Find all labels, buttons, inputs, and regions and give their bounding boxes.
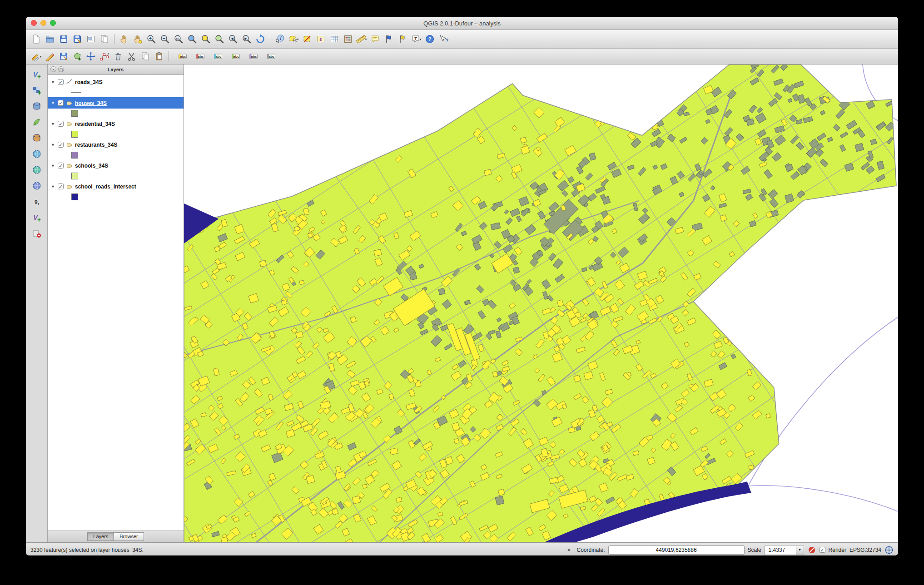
expand-collapse-icon[interactable]: ▼ <box>50 80 55 84</box>
scale-combo[interactable]: 1:4337 ▼ <box>765 545 804 555</box>
panel-tab-browser[interactable]: Browser <box>114 532 144 541</box>
layer-visibility-checkbox[interactable]: ✓ <box>58 79 64 85</box>
whats-this-button[interactable]: ? <box>437 33 450 45</box>
remove-layer-button[interactable] <box>30 227 44 240</box>
chevron-down-icon[interactable]: ▾ <box>419 37 421 41</box>
float-panel-icon[interactable]: ◻ <box>58 66 64 72</box>
label-move-button[interactable]: abc <box>229 50 243 63</box>
mouse-position-icon[interactable]: ⌖ <box>565 545 574 555</box>
expand-collapse-icon[interactable]: ▼ <box>50 184 55 189</box>
identify-features-button[interactable]: i <box>273 33 287 45</box>
new-project-button[interactable] <box>30 33 43 45</box>
map-refresh-button[interactable] <box>253 33 267 45</box>
layer-label[interactable]: roads_34S <box>75 79 103 85</box>
copy-features-button[interactable] <box>139 50 152 63</box>
layer-label[interactable]: houses_34S <box>75 100 107 106</box>
expand-collapse-icon[interactable]: ▼ <box>50 164 55 168</box>
minimize-window-button[interactable] <box>40 20 46 26</box>
titlebar[interactable]: QGIS 2.0.1-Dufour – analysis <box>26 17 898 30</box>
text-annotation-button[interactable]: T▾ <box>409 33 423 45</box>
layer-item-schools_34S[interactable]: ▼✓schools_34S <box>48 160 184 171</box>
layer-labeling-button[interactable]: abc <box>176 50 189 63</box>
label-pin-button[interactable]: abc <box>194 50 207 63</box>
cut-features-button[interactable] <box>125 50 139 63</box>
layer-item-restaurants_34S[interactable]: ▼✓restaurants_34S <box>48 139 184 150</box>
chevron-down-icon[interactable]: ▼ <box>796 545 804 555</box>
close-panel-icon[interactable]: × <box>50 66 56 72</box>
fill-symbol-swatch[interactable] <box>71 193 78 200</box>
measure-line-button[interactable]: ▾ <box>355 33 368 45</box>
add-raster-layer-button[interactable] <box>30 84 44 97</box>
panel-tab-layers[interactable]: Layers <box>87 532 114 541</box>
zoom-next-button[interactable]: ▸ <box>240 33 253 45</box>
layer-item-roads_34S[interactable]: ▼✓roads_34S <box>48 76 184 88</box>
expand-collapse-icon[interactable]: ▼ <box>50 101 55 105</box>
add-wms-layer-button[interactable] <box>30 148 44 160</box>
zoom-in-button[interactable]: + <box>144 33 158 45</box>
zoom-window-button[interactable] <box>50 20 56 26</box>
fill-symbol-swatch[interactable] <box>71 152 78 159</box>
add-postgis-layer-button[interactable] <box>30 100 44 113</box>
chevron-down-icon[interactable]: ▾ <box>40 55 41 59</box>
layer-visibility-checkbox[interactable]: ✓ <box>58 121 64 127</box>
select-by-expression-button[interactable]: ε <box>314 33 328 45</box>
open-project-button[interactable] <box>43 33 57 45</box>
layer-item-residential_34S[interactable]: ▼✓residential_34S <box>48 118 184 129</box>
layer-item-school_roads_intersect[interactable]: ▼✓school_roads_intersect <box>48 181 184 192</box>
select-features-button[interactable]: ▾ <box>287 33 300 45</box>
map-tips-button[interactable] <box>368 33 382 45</box>
zoom-actual-size-button[interactable]: 1:1 <box>172 33 185 45</box>
zoom-last-button[interactable]: ◂ <box>226 33 240 45</box>
add-wfs-layer-button[interactable] <box>30 179 44 192</box>
help-contents-button[interactable]: ? <box>423 33 437 45</box>
add-feature-button[interactable] <box>70 50 84 63</box>
save-project-as-button[interactable] <box>70 33 84 45</box>
deselect-features-button[interactable] <box>300 33 314 45</box>
pan-map-button[interactable] <box>117 33 131 45</box>
show-bookmarks-button[interactable] <box>396 33 409 45</box>
new-bookmark-button[interactable] <box>382 33 396 45</box>
label-show-hide-button[interactable]: abc <box>211 50 225 63</box>
delete-selected-button[interactable] <box>111 50 125 63</box>
map-canvas[interactable] <box>184 64 898 542</box>
line-symbol-swatch[interactable] <box>71 92 81 93</box>
chevron-down-icon[interactable]: ▾ <box>365 37 367 41</box>
add-mssql-layer-button[interactable] <box>30 132 44 144</box>
label-properties-button[interactable]: abc <box>264 50 278 63</box>
current-edits-button[interactable]: ▾ <box>30 50 43 63</box>
paste-features-button[interactable] <box>152 50 166 63</box>
field-calculator-button[interactable] <box>341 33 355 45</box>
composer-manager-button[interactable] <box>98 33 111 45</box>
label-rotate-button[interactable]: abc <box>247 50 260 63</box>
close-window-button[interactable] <box>31 20 37 26</box>
layer-label[interactable]: school_roads_intersect <box>75 183 136 190</box>
epsg-status[interactable]: EPSG:32734 <box>849 547 881 553</box>
add-delimited-text-layer-button[interactable]: 9, <box>30 195 44 208</box>
fill-symbol-swatch[interactable] <box>71 110 78 117</box>
add-spatialite-layer-button[interactable] <box>30 116 44 129</box>
fill-symbol-swatch[interactable] <box>71 173 78 179</box>
layer-visibility-checkbox[interactable]: ✓ <box>58 100 64 106</box>
move-feature-button[interactable] <box>84 50 98 63</box>
zoom-to-layer-button[interactable] <box>213 33 226 45</box>
layer-visibility-checkbox[interactable]: ✓ <box>58 163 64 169</box>
stop-rendering-icon[interactable] <box>807 545 816 555</box>
add-wcs-layer-button[interactable] <box>30 164 44 176</box>
crs-status-icon[interactable] <box>884 545 894 555</box>
layer-label[interactable]: residential_34S <box>75 121 115 127</box>
add-vector-layer-button[interactable]: V <box>30 68 44 81</box>
layer-label[interactable]: restaurants_34S <box>75 142 117 148</box>
zoom-full-extent-button[interactable] <box>185 33 199 45</box>
new-print-composer-button[interactable] <box>84 33 98 45</box>
toggle-editing-button[interactable] <box>43 50 57 63</box>
save-layer-edits-button[interactable] <box>57 50 70 63</box>
fill-symbol-swatch[interactable] <box>71 131 78 138</box>
layer-item-houses_34S[interactable]: ▼✓houses_34S <box>48 97 184 109</box>
open-attribute-table-button[interactable] <box>328 33 341 45</box>
layer-visibility-checkbox[interactable]: ✓ <box>58 183 64 189</box>
chevron-down-icon[interactable]: ▾ <box>297 37 298 41</box>
zoom-to-selection-button[interactable] <box>199 33 213 45</box>
new-shapefile-layer-button[interactable]: V <box>30 211 44 224</box>
pan-to-selection-button[interactable] <box>131 33 144 45</box>
layer-visibility-checkbox[interactable]: ✓ <box>58 142 64 148</box>
